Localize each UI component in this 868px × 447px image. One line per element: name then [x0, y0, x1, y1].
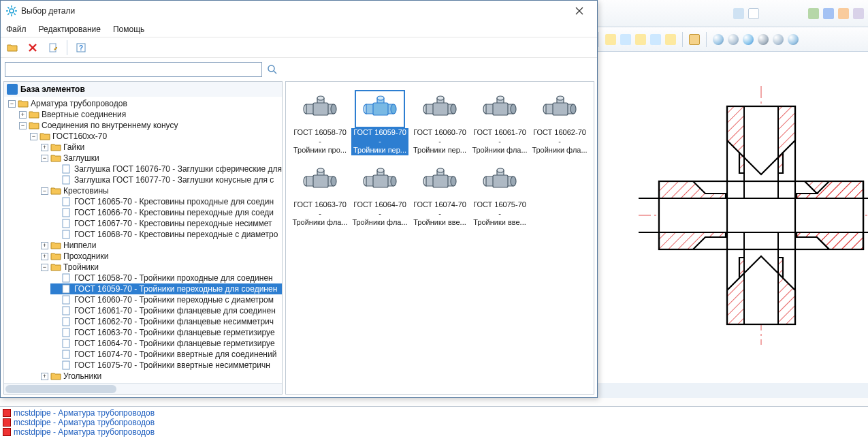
close-button[interactable] — [567, 2, 592, 20]
svg-rect-43 — [63, 361, 69, 369]
tree-node-gost160[interactable]: −ГОСТ160хх-70 — [29, 131, 282, 142]
tree-leaf[interactable]: ГОСТ 16064-70 - Тройники фланцевые герме… — [50, 338, 282, 349]
svg-point-46 — [331, 104, 336, 114]
grid-item[interactable]: ГОСТ 16059-70 - Тройники пер... — [351, 89, 408, 158]
tree[interactable]: − Арматура трубопроводов +Ввертные соеди… — [4, 97, 282, 383]
search-input[interactable] — [5, 62, 262, 77]
svg-text:?: ? — [79, 44, 83, 52]
delete-button[interactable] — [24, 40, 42, 56]
tree-leaf[interactable]: ГОСТ 16058-70 - Тройники проходные для с… — [50, 273, 282, 283]
grid-item[interactable]: ГОСТ 16058-70 - Тройники про... — [291, 89, 349, 158]
tree-leaf[interactable]: ГОСТ 16074-70 - Тройники ввертные для со… — [50, 349, 282, 360]
tree-leaf[interactable]: ГОСТ 16060-70 - Тройники переходные с ди… — [50, 294, 282, 305]
svg-point-96 — [497, 168, 504, 172]
tree-node-vvert[interactable]: +Ввертные соединения — [18, 109, 282, 120]
svg-point-58 — [451, 104, 456, 114]
menu-file[interactable]: Файл — [6, 25, 27, 34]
edit-button[interactable] — [44, 40, 62, 56]
svg-point-88 — [451, 176, 456, 186]
tree-node-gaiki[interactable]: +Гайки — [39, 142, 282, 153]
svg-rect-30 — [63, 176, 69, 184]
svg-rect-61 — [433, 103, 448, 115]
svg-rect-97 — [493, 175, 508, 187]
fitting-thumbnail-icon — [416, 91, 464, 127]
fitting-thumbnail-icon — [536, 91, 583, 127]
grid-item[interactable]: ГОСТ 16074-70 - Тройники вве... — [411, 161, 468, 230]
svg-point-66 — [497, 96, 504, 100]
tree-node-konus[interactable]: −Соединения по внутреннему конусу — [18, 120, 282, 131]
fitting-thumbnail-icon — [296, 91, 344, 127]
tree-leaf-selected[interactable]: ГОСТ 16059-70 - Тройники переходные для … — [50, 283, 282, 294]
tree-leaf[interactable]: Заглушка ГОСТ 16076-70 - Заглушки сферич… — [50, 164, 282, 174]
svg-point-90 — [437, 168, 444, 172]
tree-horizontal-scrollbar[interactable] — [4, 383, 282, 394]
command-log: mcstdpipe - Арматура трубопроводов mcstd… — [0, 406, 868, 447]
grid-item-caption: ГОСТ 16058-70 - Тройники про... — [291, 128, 349, 155]
menu-edit[interactable]: Редактирование — [39, 25, 101, 34]
tree-root-label: База элементов — [20, 84, 85, 94]
tree-node-armatura[interactable]: − Арматура трубопроводов — [7, 98, 282, 109]
preview-grid: ГОСТ 16058-70 - Тройники про... ГОСТ 160… — [285, 81, 594, 395]
svg-point-64 — [511, 104, 516, 114]
tree-leaf[interactable]: Заглушка ГОСТ 16077-70 - Заглушки конусн… — [50, 174, 282, 185]
svg-rect-67 — [493, 103, 508, 115]
dialog-toolbar: ? — [1, 37, 597, 58]
grid-item-caption: ГОСТ 16060-70 - Тройники пер... — [411, 128, 468, 155]
grid-item[interactable]: ГОСТ 16060-70 - Тройники пер... — [411, 89, 468, 158]
tree-leaf[interactable]: ГОСТ 16061-70 - Тройники фланцевые для с… — [50, 305, 282, 316]
svg-point-52 — [391, 104, 396, 114]
folder-open-icon — [7, 42, 18, 53]
tree-node-nippeli[interactable]: +Ниппели — [39, 240, 282, 251]
delete-x-icon — [27, 42, 38, 53]
gear-icon — [6, 5, 17, 16]
close-icon — [575, 7, 583, 15]
fitting-thumbnail-icon — [416, 164, 464, 199]
svg-rect-34 — [63, 230, 69, 238]
svg-rect-73 — [553, 103, 568, 115]
tree-leaf[interactable]: ГОСТ 16068-70 - Крестовины переходные с … — [50, 229, 282, 240]
svg-point-76 — [331, 176, 336, 186]
fitting-thumbnail-icon — [356, 164, 404, 199]
grid-item-caption: ГОСТ 16063-70 - Тройники фла... — [291, 200, 349, 228]
search-button[interactable] — [265, 62, 280, 77]
svg-rect-35 — [63, 274, 69, 282]
svg-line-19 — [14, 7, 16, 8]
grid-item-caption: ГОСТ 16064-70 - Тройники фла... — [351, 200, 408, 228]
svg-rect-29 — [63, 165, 69, 173]
tree-node-prohod[interactable]: +Проходники — [39, 251, 282, 262]
svg-point-94 — [511, 176, 516, 186]
svg-rect-41 — [63, 339, 69, 348]
svg-rect-85 — [373, 175, 388, 187]
menu-help[interactable]: Помощь — [113, 25, 144, 34]
grid-item[interactable]: ГОСТ 16063-70 - Тройники фла... — [291, 161, 349, 230]
tree-node-krest[interactable]: −Крестовины — [39, 185, 282, 196]
tree-node-zaglushki[interactable]: −Заглушки — [39, 153, 282, 164]
tree-leaf[interactable]: ГОСТ 16063-70 - Тройники фланцевые герме… — [50, 327, 282, 338]
drawing-canvas[interactable] — [598, 52, 868, 398]
tree-root-header[interactable]: База элементов — [4, 82, 282, 97]
grid-item[interactable]: ГОСТ 16061-70 - Тройники фла... — [471, 89, 528, 158]
help-icon: ? — [76, 42, 86, 53]
document-edit-icon — [48, 42, 59, 53]
tree-leaf[interactable]: ГОСТ 16066-70 - Крестовины переходные дл… — [50, 207, 282, 218]
open-button[interactable] — [3, 40, 21, 56]
tree-leaf[interactable]: ГОСТ 16065-70 - Крестовины проходные для… — [50, 196, 282, 207]
database-icon — [7, 84, 18, 95]
tree-leaf[interactable]: ГОСТ 16075-70 - Тройники ввертные несимм… — [50, 360, 282, 371]
svg-rect-33 — [63, 219, 69, 228]
dialog-titlebar: Выбор детали — [1, 1, 597, 21]
magnifier-icon — [267, 64, 278, 75]
tree-panel: База элементов − Арматура трубопроводов … — [3, 81, 283, 395]
grid-item[interactable]: ГОСТ 16062-70 - Тройники фла... — [531, 89, 588, 158]
tree-node-troiniki[interactable]: −Тройники — [39, 262, 282, 273]
svg-rect-79 — [313, 175, 328, 187]
help-button[interactable]: ? — [72, 40, 90, 56]
svg-rect-38 — [63, 307, 69, 315]
search-row — [1, 58, 597, 81]
tree-leaf[interactable]: ГОСТ 16062-70 - Тройники фланцевые несим… — [50, 316, 282, 327]
tree-node-ugol[interactable]: +Угольники — [39, 371, 282, 382]
grid-item[interactable]: ГОСТ 16064-70 - Тройники фла... — [351, 161, 408, 230]
grid-item[interactable]: ГОСТ 16075-70 - Тройники вве... — [471, 161, 528, 230]
part-selection-dialog: Выбор детали Файл Редактирование Помощь … — [0, 0, 598, 398]
tree-leaf[interactable]: ГОСТ 16067-70 - Крестовины переходные не… — [50, 218, 282, 229]
